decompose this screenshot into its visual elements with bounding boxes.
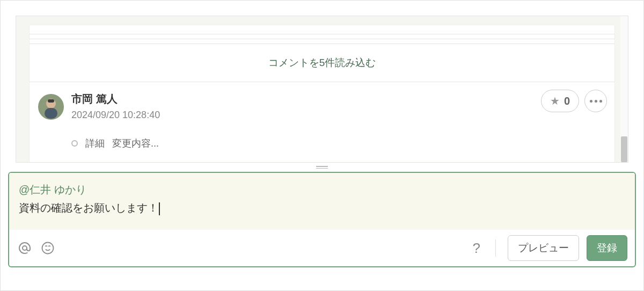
star-button[interactable]: ★ 0 bbox=[541, 90, 579, 112]
svg-point-5 bbox=[42, 243, 54, 254]
divider bbox=[495, 239, 496, 257]
editor-text: 資料の確認をお願いします！ bbox=[19, 202, 158, 214]
avatar[interactable] bbox=[38, 94, 64, 120]
svg-rect-2 bbox=[45, 108, 57, 119]
comment-item: 市岡 篤人 2024/09/20 10:28:40 詳細 変更内容... ★ 0 bbox=[30, 82, 614, 150]
thread-panel: コメントを5件読み込む 市岡 篤人 2024/09/20 10:28:40 bbox=[16, 16, 628, 163]
preview-button[interactable]: プレビュー bbox=[508, 235, 579, 261]
scrollbar[interactable] bbox=[620, 16, 628, 162]
help-icon[interactable]: ? bbox=[470, 240, 484, 257]
emoji-icon[interactable] bbox=[40, 241, 55, 256]
comment-author[interactable]: 市岡 篤人 bbox=[71, 92, 609, 106]
star-count: 0 bbox=[564, 95, 570, 107]
changes-link[interactable]: 変更内容... bbox=[112, 137, 159, 150]
ellipsis-icon bbox=[590, 100, 602, 103]
scrollbar-thumb[interactable] bbox=[621, 136, 627, 162]
status-dot-icon bbox=[71, 140, 78, 147]
comment-editor[interactable]: @仁井 ゆかり 資料の確認をお願いします！ bbox=[9, 173, 635, 230]
comment-composer: @仁井 ゆかり 資料の確認をお願いします！ ? プレビュ bbox=[8, 172, 636, 267]
collapsed-stack bbox=[30, 25, 614, 44]
svg-rect-3 bbox=[48, 99, 54, 103]
star-icon: ★ bbox=[550, 94, 560, 107]
mention-icon[interactable] bbox=[17, 240, 33, 256]
svg-point-4 bbox=[23, 246, 27, 250]
composer-toolbar: ? プレビュー 登録 bbox=[9, 230, 635, 266]
mention-chip[interactable]: @仁井 ゆかり bbox=[19, 184, 86, 195]
comment-timestamp: 2024/09/20 10:28:40 bbox=[71, 110, 609, 121]
submit-button[interactable]: 登録 bbox=[587, 235, 627, 261]
more-button[interactable] bbox=[584, 90, 607, 112]
comment-card: コメントを5件読み込む 市岡 篤人 2024/09/20 10:28:40 bbox=[29, 25, 615, 163]
text-cursor bbox=[159, 202, 160, 215]
resize-handle[interactable] bbox=[1, 163, 643, 172]
load-more-comments[interactable]: コメントを5件読み込む bbox=[30, 48, 614, 82]
detail-link[interactable]: 詳細 bbox=[85, 137, 105, 150]
